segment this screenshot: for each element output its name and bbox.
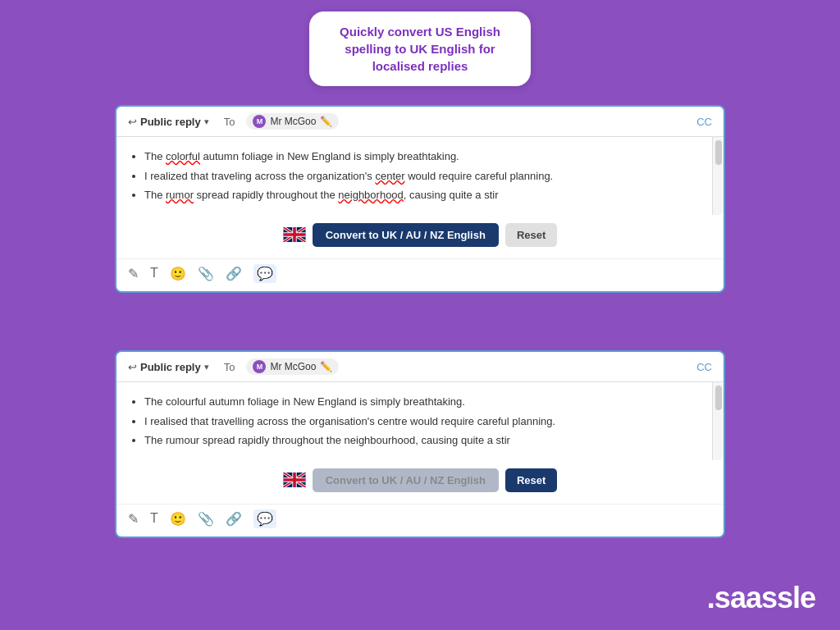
panel1-header: ↩ Public reply ▾ To M Mr McGoo ✏️ CC <box>116 107 724 137</box>
panel2-convert-button[interactable]: Convert to UK / AU / NZ English <box>313 468 499 492</box>
scrollbar-thumb-2 <box>715 386 722 410</box>
panel2-edit-icon[interactable]: ✏️ <box>320 361 332 372</box>
panel1-convert-button[interactable]: Convert to UK / AU / NZ English <box>313 223 499 247</box>
panel2-recipient-name: Mr McGoo <box>270 361 316 372</box>
panel1-convert-area: Convert to UK / AU / NZ English Reset <box>116 215 724 258</box>
uk-flag-icon <box>283 227 306 242</box>
list-item: The colorful autumn foliage in New Engla… <box>144 148 710 165</box>
panel1-avatar: M <box>253 115 266 128</box>
scrollbar-thumb <box>715 140 722 165</box>
panel1-reply-label: Public reply <box>140 116 201 128</box>
list-item: I realized that traveling across the org… <box>144 168 710 185</box>
panel1-chevron-icon: ▾ <box>204 116 209 127</box>
panel2-toolbar: ✎ T 🙂 📎 🔗 💬 <box>116 504 724 536</box>
panel2-avatar: M <box>253 360 266 373</box>
panel1-edit-icon[interactable]: ✏️ <box>320 116 332 127</box>
panel2-to-label: To <box>224 361 235 373</box>
panel1-reply-dropdown[interactable]: ↩ Public reply ▾ <box>128 116 209 128</box>
panel2-header: ↩ Public reply ▾ To M Mr McGoo ✏️ CC <box>116 352 724 382</box>
panel1-cc-label[interactable]: CC <box>696 116 712 128</box>
panel2-reset-button[interactable]: Reset <box>505 468 557 492</box>
panel1-to-label: To <box>224 116 235 128</box>
panel2-reply-label: Public reply <box>140 361 201 373</box>
toolbar-edit-icon-2[interactable]: ✎ <box>128 511 139 527</box>
toolbar-emoji-icon-2[interactable]: 🙂 <box>170 511 186 527</box>
list-item: I realised that travelling across the or… <box>144 413 710 430</box>
panel1-scrollbar[interactable] <box>712 137 724 215</box>
reply-panel-after: ↩ Public reply ▾ To M Mr McGoo ✏️ CC The… <box>115 350 725 538</box>
panel1-reset-button[interactable]: Reset <box>505 223 557 247</box>
toolbar-link-icon-2[interactable]: 🔗 <box>226 511 242 527</box>
toolbar-attach-icon-2[interactable]: 📎 <box>198 511 214 527</box>
saassle-logo: .saassle <box>707 581 815 615</box>
list-item: The rumor spread rapidly throughout the … <box>144 187 710 203</box>
toolbar-emoji-icon[interactable]: 🙂 <box>170 266 186 281</box>
reply-icon: ↩ <box>128 116 137 128</box>
panel2-content: The colourful autumn foliage in New Engl… <box>116 382 724 460</box>
panel1-bullet-list: The colorful autumn foliage in New Engla… <box>130 148 710 203</box>
uk-flag-icon-2 <box>283 472 306 487</box>
reply-panel-before: ↩ Public reply ▾ To M Mr McGoo ✏️ CC The… <box>115 105 725 293</box>
panel1-recipient[interactable]: M Mr McGoo ✏️ <box>246 113 339 130</box>
panel2-reply-dropdown[interactable]: ↩ Public reply ▾ <box>128 361 209 373</box>
panel2-convert-area: Convert to UK / AU / NZ English Reset <box>116 460 724 504</box>
toolbar-link-icon[interactable]: 🔗 <box>226 266 242 281</box>
panel1-toolbar: ✎ T 🙂 📎 🔗 💬 <box>116 258 724 291</box>
toolbar-edit-icon[interactable]: ✎ <box>128 266 139 281</box>
list-item: The colourful autumn foliage in New Engl… <box>144 394 710 410</box>
toolbar-text-icon[interactable]: T <box>150 266 158 281</box>
logo-text: .saassle <box>707 581 815 614</box>
tooltip-bubble: Quickly convert US English spelling to U… <box>309 11 531 86</box>
panel1-recipient-name: Mr McGoo <box>270 116 316 127</box>
toolbar-quote-icon-2[interactable]: 💬 <box>253 509 276 528</box>
tooltip-text: Quickly convert US English spelling to U… <box>327 23 513 75</box>
panel2-cc-label[interactable]: CC <box>696 361 712 373</box>
reply-icon-2: ↩ <box>128 361 137 373</box>
panel2-recipient[interactable]: M Mr McGoo ✏️ <box>246 358 339 375</box>
panel1-content: The colorful autumn foliage in New Engla… <box>116 137 724 215</box>
list-item: The rumour spread rapidly throughout the… <box>144 432 710 449</box>
panel2-scrollbar[interactable] <box>712 382 724 460</box>
toolbar-quote-icon[interactable]: 💬 <box>253 264 276 283</box>
panel2-bullet-list: The colourful autumn foliage in New Engl… <box>130 394 710 449</box>
toolbar-text-icon-2[interactable]: T <box>150 511 158 526</box>
toolbar-attach-icon[interactable]: 📎 <box>198 266 214 281</box>
panel2-chevron-icon: ▾ <box>204 362 209 372</box>
